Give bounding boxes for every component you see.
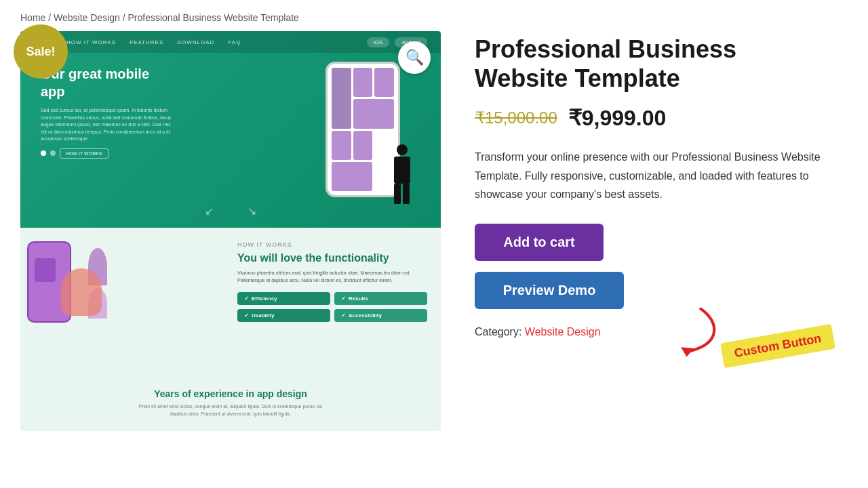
- phone-body: [326, 62, 400, 197]
- tag-results: ✓ Results: [334, 292, 427, 305]
- tag-usability: ✓ Usability: [237, 309, 330, 322]
- breadcrumb-sep1: /: [48, 12, 54, 23]
- person-torso: [394, 157, 410, 184]
- breadcrumb-current: Professional Business Website Template: [128, 12, 299, 23]
- dot-2: [50, 150, 56, 156]
- sale-badge: Sale!: [14, 24, 68, 79]
- how-section-body: Vivamus pharetra ultrices erat, quis fri…: [237, 270, 427, 284]
- tile-7: [332, 162, 372, 191]
- price-sale: ₹9,999.00: [568, 105, 667, 131]
- phone-screen: [328, 64, 398, 195]
- left-arrow-icon: ↙: [205, 205, 214, 218]
- product-images: Sale! HOME HOW IT WORKS FEATURES DOWNLOA…: [20, 31, 441, 431]
- dot-1: [41, 150, 46, 156]
- main-content: Sale! HOME HOW IT WORKS FEATURES DOWNLOA…: [0, 31, 868, 431]
- add-to-cart-button[interactable]: Add to cart: [475, 224, 604, 261]
- tile-3: [374, 68, 394, 97]
- tile-1: [332, 68, 351, 129]
- nav-download: DOWNLOAD: [177, 39, 214, 45]
- tag-efficiency: ✓ Efficiency: [237, 292, 330, 305]
- tile-4: [353, 99, 394, 128]
- navigation-arrows: ↙ ↘: [205, 205, 256, 218]
- price-row: ₹15,000.00 ₹9,999.00: [475, 105, 848, 131]
- phone2-screen: [35, 258, 56, 282]
- bottom-visual-left: [27, 241, 71, 325]
- years-text: Proin sit amet eros luctus, congue enim …: [136, 403, 326, 418]
- image-search-button[interactable]: 🔍: [398, 41, 431, 74]
- feature-tags-grid: ✓ Efficiency ✓ Results ✓ Usability ✓: [237, 292, 427, 322]
- tile-6: [353, 131, 373, 160]
- years-title: Years of experience in app design: [136, 388, 326, 399]
- tile-5: [332, 131, 351, 160]
- nav-ios: iOS: [367, 37, 389, 47]
- product-title-line2: Website Template: [475, 64, 680, 92]
- breadcrumb-website-design[interactable]: Website Design: [54, 12, 120, 23]
- breadcrumb-sep2: /: [123, 12, 128, 23]
- hand-figure: [61, 268, 102, 316]
- how-section-title: You will love the functionality: [237, 252, 427, 264]
- search-icon: 🔍: [406, 49, 424, 66]
- how-it-works-content: HOW IT WORKS You will love the functiona…: [237, 241, 427, 322]
- right-arrow-icon: ↘: [248, 205, 256, 218]
- product-title-line1: Professional Business: [475, 35, 736, 63]
- person-overlay: [394, 144, 410, 204]
- phone-mockup: [312, 55, 400, 204]
- tag-label-3: Usability: [252, 312, 274, 319]
- image-headline: Our great mobile app: [41, 65, 176, 100]
- how-section-label: HOW IT WORKS: [237, 241, 427, 248]
- image-dots-row: HOW IT WORKS: [41, 148, 176, 159]
- person-head: [397, 144, 408, 155]
- nav-faq: FAQ: [228, 39, 241, 45]
- image-body-text: Sed sed cursus leo, at pellentesque quam…: [41, 107, 176, 143]
- tag-icon-2: ✓: [341, 296, 346, 302]
- breadcrumb-home[interactable]: Home: [20, 12, 45, 23]
- person-leg-left: [394, 184, 401, 204]
- tag-label-1: Efficiency: [252, 296, 277, 302]
- person-leg-right: [403, 184, 410, 204]
- nav-how: HOW IT WORKS: [66, 39, 116, 45]
- svg-marker-0: [681, 347, 694, 357]
- tag-icon-1: ✓: [244, 296, 249, 302]
- product-title: Professional Business Website Template: [475, 35, 848, 93]
- nav-features: FEATURES: [130, 39, 163, 45]
- product-image-bottom: HOW IT WORKS You will love the functiona…: [20, 228, 441, 431]
- product-image-top: HOME HOW IT WORKS FEATURES DOWNLOAD FAQ …: [20, 31, 441, 228]
- annotation-overlay: Custom Button: [475, 298, 848, 365]
- tag-icon-4: ✓: [341, 312, 346, 319]
- tile-2: [353, 68, 373, 97]
- tag-label-2: Results: [349, 296, 368, 302]
- tag-label-4: Accessibility: [349, 312, 382, 319]
- tag-icon-3: ✓: [244, 312, 249, 319]
- how-it-works-btn[interactable]: HOW IT WORKS: [60, 148, 108, 159]
- breadcrumb: Home / Website Design / Professional Bus…: [0, 0, 868, 31]
- person-legs: [394, 184, 410, 204]
- page-wrapper: Home / Website Design / Professional Bus…: [0, 0, 868, 431]
- tag-accessibility: ✓ Accessibility: [334, 309, 427, 322]
- price-original: ₹15,000.00: [475, 108, 557, 127]
- years-section: Years of experience in app design Proin …: [136, 388, 326, 418]
- image-nav-bar: HOME HOW IT WORKS FEATURES DOWNLOAD FAQ …: [20, 31, 441, 53]
- product-info: Professional Business Website Template ₹…: [475, 31, 848, 365]
- product-description: Transform your online presence with our …: [475, 148, 841, 203]
- image-text-block: Our great mobile app Sed sed cursus leo,…: [41, 65, 176, 159]
